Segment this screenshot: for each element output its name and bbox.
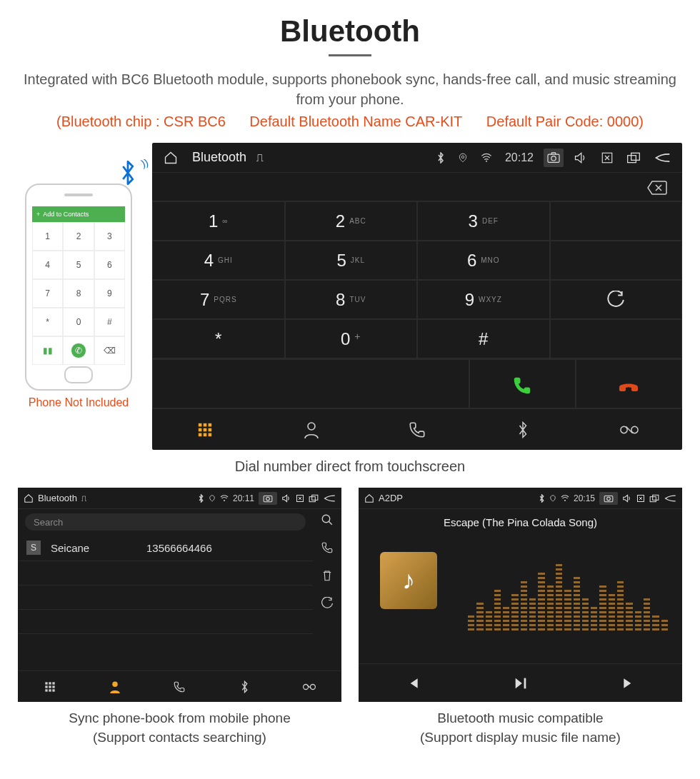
back-icon[interactable] [664,493,676,503]
volume-icon[interactable] [622,493,632,503]
dialer-caption: Dial number direct from touchscreen [18,458,682,475]
key-blank-1 [550,201,683,241]
tab-contacts[interactable] [83,671,148,702]
recent-apps-icon[interactable] [649,493,659,503]
close-icon[interactable] [636,493,645,503]
key-hash[interactable]: # [417,319,550,358]
key-4[interactable]: 4GHI [152,241,285,280]
svg-rect-8 [204,423,207,426]
svg-rect-28 [49,685,51,688]
svg-rect-6 [631,153,640,160]
tab-keypad[interactable] [18,671,83,702]
svg-rect-41 [653,496,659,501]
key-star[interactable]: * [152,319,285,358]
key-2[interactable]: 2ABC [285,201,418,241]
svg-rect-10 [199,428,202,431]
key-redial[interactable] [550,280,683,319]
key-9[interactable]: 9WXYZ [417,280,550,319]
tab-keypad[interactable] [152,409,258,450]
tab-contacts[interactable] [258,409,364,450]
backspace-button[interactable] [646,178,668,196]
back-icon[interactable] [651,149,674,167]
home-icon[interactable] [24,493,34,503]
key-blank-3 [550,319,683,358]
close-icon[interactable] [598,148,616,167]
tab-pair[interactable] [276,671,341,702]
phone-topbar: + Add to Contacts [32,206,125,222]
contact-row[interactable]: S Seicane 13566664466 [18,535,313,561]
app-title: Bluetooth [38,493,77,503]
svg-point-3 [551,156,556,161]
close-icon[interactable] [296,493,304,503]
contact-number: 13566664466 [146,542,212,554]
app-title: Bluetooth [192,150,246,165]
svg-point-1 [486,161,487,162]
tabbar [152,408,682,450]
bluetooth-icon [118,160,138,186]
wifi-icon [478,149,495,167]
location-icon [549,493,556,503]
play-pause-button[interactable] [466,664,574,702]
usb-icon: ⎍ [81,493,86,503]
keypad: 1∞ 2ABC 3DEF 4GHI 5JKL 6MNO 7PQRS 8TUV 9… [152,201,682,358]
title-underline [329,54,371,56]
svg-rect-18 [264,496,272,502]
search-input[interactable]: Search [25,513,306,531]
svg-rect-14 [204,433,207,436]
home-icon[interactable] [161,148,181,168]
dial-icon[interactable] [321,540,334,555]
clock-time: 20:12 [502,149,536,167]
volume-icon[interactable] [281,493,291,503]
key-1[interactable]: 1∞ [152,201,285,241]
delete-icon[interactable] [321,568,334,583]
next-button[interactable] [574,664,682,702]
key-7[interactable]: 7PQRS [152,280,285,319]
svg-rect-11 [204,428,207,431]
usb-icon: ⎍ [254,149,266,167]
svg-point-16 [308,423,315,430]
svg-rect-42 [524,678,526,688]
clock-time: 20:11 [233,493,254,503]
clock-time: 20:15 [574,493,595,503]
tab-calllog[interactable] [147,671,212,702]
recent-apps-icon[interactable] [624,148,644,167]
svg-point-17 [224,500,225,501]
tab-calllog[interactable] [364,409,470,450]
tab-bluetooth[interactable] [212,671,277,702]
tab-pair[interactable] [576,409,682,450]
prev-button[interactable] [359,664,466,702]
number-display [152,173,682,201]
pb-statusbar: Bluetooth ⎍ 20:11 [18,488,341,509]
key-3[interactable]: 3DEF [417,201,550,241]
recent-apps-icon[interactable] [309,493,319,503]
svg-rect-31 [49,689,51,691]
svg-rect-2 [548,154,559,162]
call-button[interactable] [469,359,576,408]
bluetooth-status-icon [434,149,448,167]
hangup-button[interactable] [576,359,682,408]
key-5[interactable]: 5JKL [285,241,418,280]
location-icon [455,149,471,167]
volume-icon[interactable] [571,148,591,167]
key-0[interactable]: 0+ [285,319,418,358]
tab-bluetooth[interactable] [470,409,576,450]
search-icon[interactable] [321,512,334,527]
screenshot-button[interactable] [259,492,277,505]
home-icon[interactable] [364,493,374,503]
bluetooth-status-icon [539,493,545,503]
svg-rect-37 [604,496,613,502]
spec-chip: (Bluetooth chip : CSR BC6 [56,114,226,129]
screenshot-button[interactable] [544,149,564,167]
screenshot-button[interactable] [599,492,618,505]
wifi-icon [220,493,229,503]
back-icon[interactable] [323,493,336,503]
sync-icon[interactable] [321,595,334,610]
svg-rect-29 [53,685,55,688]
svg-rect-24 [46,682,48,684]
a2dp-statusbar: A2DP 20:15 [359,488,682,509]
key-6[interactable]: 6MNO [417,241,550,280]
svg-rect-27 [46,685,48,688]
equalizer [468,545,668,630]
svg-rect-26 [53,682,55,684]
key-8[interactable]: 8TUV [285,280,418,319]
